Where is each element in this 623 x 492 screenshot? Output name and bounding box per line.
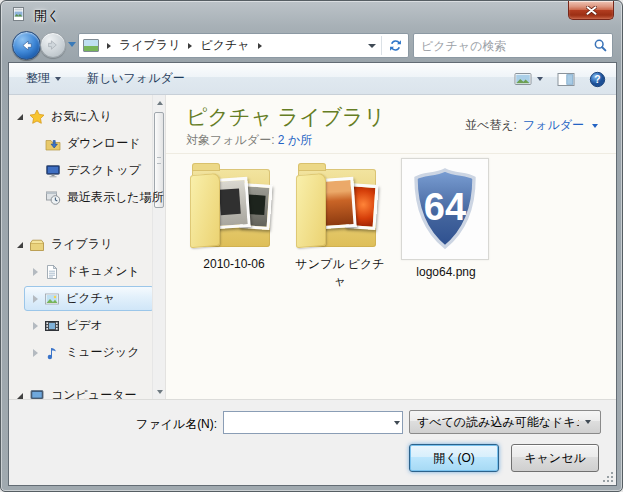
title-bar[interactable]: 開く [1,1,622,29]
sidebar-item-music[interactable]: ミュージック [9,339,165,366]
address-bar[interactable]: ライブラリ ピクチャ [78,33,409,58]
preview-pane-button[interactable] [557,72,575,87]
open-button-label: 開く(O) [433,450,475,467]
open-button[interactable]: 開く(O) [409,444,499,472]
sidebar-item-downloads[interactable]: ダウンロード [9,130,165,157]
forward-arrow-icon [46,38,60,52]
group-label: コンピューター [51,387,136,399]
item-label: デスクトップ [67,162,141,179]
picture-icon [44,291,60,307]
navigation-pane: お気に入り ダウンロード デスクトップ [9,95,166,399]
open-file-dialog: 開く ライブラリ ピクチャ [0,0,623,492]
app-icon [11,6,27,22]
arrange-label: 並べ替え: [465,117,517,134]
breadcrumb-pictures[interactable]: ピクチャ [200,37,249,54]
breadcrumb-libraries[interactable]: ライブラリ [119,37,180,54]
group-label: ライブラリ [51,236,112,253]
views-button[interactable] [514,71,543,87]
spacer [9,366,165,382]
dialog-footer: ファイル名(N): すべての読み込み可能なドキュ 開く(O) キャンセル [9,399,616,485]
back-button[interactable] [12,31,41,60]
chevron-down-icon [592,124,598,128]
sidebar-item-pictures[interactable]: ピクチャ [9,285,165,312]
includes-link[interactable]: 2 か所 [278,133,312,147]
filetype-value: すべての読み込み可能なドキュ [417,414,579,431]
sidebar-group-favorites[interactable]: お気に入り [9,103,165,130]
sidebar-item-videos[interactable]: ビデオ [9,312,165,339]
close-button[interactable] [568,1,614,20]
cancel-button[interactable]: キャンセル [511,444,599,472]
list-item-folder[interactable]: 2010-10-06 [186,157,282,290]
list-item-folder[interactable]: サンプル ピクチャ [292,157,388,290]
chevron-down-icon [537,77,543,81]
new-folder-label: 新しいフォルダー [87,70,185,87]
cancel-button-label: キャンセル [524,450,585,467]
collapse-triangle-icon[interactable] [33,295,38,303]
sidebar-group-computer[interactable]: コンピューター [9,382,165,399]
search-box[interactable] [413,33,613,58]
download-folder-icon [45,136,61,152]
refresh-icon [388,38,403,53]
magnifier-icon[interactable] [588,38,612,53]
search-input[interactable] [414,39,588,53]
chevron-down-icon [394,421,400,425]
list-item-image[interactable]: 64 logo64.png [398,157,494,290]
address-dropdown-button[interactable] [363,44,381,48]
badge-number: 64 [424,186,466,228]
new-folder-button[interactable]: 新しいフォルダー [78,67,194,91]
close-icon [586,6,597,15]
document-icon [44,264,60,280]
item-name: 2010-10-06 [186,256,282,273]
arrange-value-link[interactable]: フォルダー [523,117,584,134]
history-dropdown-icon[interactable] [68,42,76,47]
expand-triangle-icon[interactable] [17,114,23,120]
library-title: ピクチャ ライブラリ [186,103,385,131]
sidebar-item-documents[interactable]: ドキュメント [9,258,165,285]
question-mark-glyph: ? [594,74,600,85]
item-grid: 2010-10-06 サンプル ピクチャ [186,157,494,290]
filetype-dropdown[interactable]: すべての読み込み可能なドキュ [409,410,601,434]
includes-line: 対象フォルダー: 2 か所 [186,132,312,149]
chevron-down-icon [368,44,376,48]
filename-label: ファイル名(N): [136,416,217,433]
breadcrumb-chevron-icon[interactable] [258,43,262,49]
breadcrumb-chevron-icon[interactable] [188,43,192,49]
film-icon [44,318,60,334]
file-list-pane: ピクチャ ライブラリ 対象フォルダー: 2 か所 並べ替え: フォルダー [166,95,616,399]
shield-logo-icon: 64 [409,167,481,251]
item-label: ダウンロード [67,135,140,152]
window-title: 開く [34,7,60,25]
chevron-down-icon [55,77,61,81]
monitor-icon [45,163,61,179]
item-name: サンプル ピクチャ [292,256,388,290]
command-toolbar: 整理 新しいフォルダー [9,63,616,95]
sidebar-item-desktop[interactable]: デスクトップ [9,157,165,184]
resize-grip[interactable] [601,470,613,482]
collapse-triangle-icon[interactable] [33,322,38,330]
arrange-by: 並べ替え: フォルダー [465,117,598,134]
collapse-triangle-icon[interactable] [33,268,38,276]
sidebar-item-recent-places[interactable]: 最近表示した場所 [9,184,165,211]
filename-combobox[interactable] [223,411,403,434]
breadcrumb-chevron-icon[interactable] [107,43,111,49]
collapse-triangle-icon[interactable] [33,349,38,357]
item-label: 最近表示した場所 [67,189,164,206]
organize-button[interactable]: 整理 [17,67,70,91]
item-label: ドキュメント [66,263,140,280]
refresh-button[interactable] [382,38,408,53]
folder-icon [186,157,282,253]
image-thumbnail: 64 [398,157,494,261]
expand-triangle-icon[interactable] [17,393,23,399]
folder-front [296,173,326,249]
item-label: ミュージック [66,344,139,361]
thumbnail-frame: 64 [401,158,489,260]
filename-input[interactable] [224,412,391,433]
expand-triangle-icon[interactable] [17,242,23,248]
includes-label: 対象フォルダー: [186,133,274,147]
computer-icon [29,388,45,400]
combobox-dropdown-button[interactable] [391,421,402,425]
help-button[interactable]: ? [589,71,606,88]
sidebar-group-libraries[interactable]: ライブラリ [9,231,165,258]
forward-button[interactable] [40,32,66,58]
star-icon [29,109,45,125]
